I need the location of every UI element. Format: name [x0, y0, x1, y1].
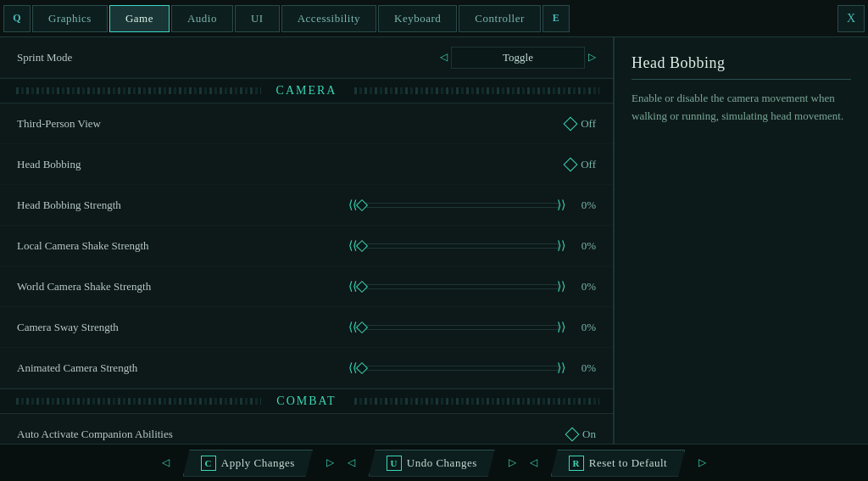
- info-title: Head Bobbing: [632, 54, 851, 80]
- third-person-view-label: Third-Person View: [17, 117, 565, 131]
- reset-to-default-button[interactable]: R Reset to Default: [551, 450, 685, 477]
- auto-activate-companion-control[interactable]: On: [567, 428, 596, 441]
- slider-wrapper-3: ⟨⟨ ⟩⟩: [348, 279, 565, 294]
- main-layout: Sprint Mode ◁ Toggle ▷ Camera Third-Pers…: [0, 37, 868, 481]
- tab-controller[interactable]: Controller: [459, 5, 540, 32]
- head-bobbing-strength-value: 0%: [572, 199, 596, 212]
- animated-camera-label: Animated Camera Strength: [17, 361, 348, 375]
- head-bobbing-row[interactable]: Head Bobbing Off: [0, 144, 613, 185]
- camera-sway-value: 0%: [572, 321, 596, 334]
- undo-changes-label: Undo Changes: [407, 456, 477, 470]
- reset-to-default-label: Reset to Default: [589, 456, 667, 470]
- undo-chevron-right-icon: ▷: [509, 456, 516, 469]
- slider-track-4[interactable]: [355, 325, 559, 330]
- reset-key-icon: R: [569, 456, 584, 471]
- third-person-view-value: Off: [581, 117, 596, 131]
- third-person-view-row[interactable]: Third-Person View Off: [0, 103, 613, 144]
- tab-accessibility[interactable]: Accessibility: [281, 5, 376, 32]
- slider-thumb-1[interactable]: [356, 199, 368, 210]
- combat-divider-line-right: [352, 398, 599, 405]
- camera-sway-label: Camera Sway Strength: [17, 321, 348, 334]
- animated-camera-value: 0%: [572, 361, 596, 375]
- slider-track-1[interactable]: [355, 203, 559, 208]
- apply-changes-label: Apply Changes: [221, 456, 295, 470]
- toggle-diamond-icon: [564, 116, 578, 131]
- auto-activate-companion-value: On: [582, 428, 596, 441]
- combat-section-label: Combat: [268, 394, 344, 408]
- slider-wrapper-1: ⟨⟨ ⟩⟩: [348, 198, 565, 212]
- head-bobbing-label: Head Bobbing: [17, 158, 565, 171]
- camera-section-divider: Camera: [0, 78, 613, 103]
- undo-changes-button[interactable]: U Undo Changes: [369, 450, 495, 477]
- reset-chevron-left-icon: ◁: [530, 456, 537, 469]
- nav-corner-left: Q: [3, 5, 31, 32]
- toggle-diamond-icon-3: [565, 427, 580, 441]
- bottom-bar: ◁ C Apply Changes ▷ ◁ U Undo Changes ▷ ◁…: [0, 444, 868, 481]
- sprint-selector[interactable]: ◁ Toggle ▷: [440, 47, 596, 69]
- top-nav: Q Graphics Game Audio UI Accessibility K…: [0, 0, 868, 37]
- divider-line-right: [352, 87, 599, 94]
- local-camera-shake-value: 0%: [572, 239, 596, 253]
- tab-graphics[interactable]: Graphics: [32, 5, 108, 32]
- nav-corner-right: E: [542, 5, 570, 32]
- slider-thumb-3[interactable]: [356, 280, 368, 292]
- selector-arrow-right-icon[interactable]: ▷: [588, 51, 596, 64]
- local-camera-shake-row[interactable]: Local Camera Shake Strength ⟨⟨ ⟩⟩ 0%: [0, 226, 613, 266]
- sprint-mode-label: Sprint Mode: [17, 51, 440, 64]
- camera-sway-control[interactable]: ⟨⟨ ⟩⟩ 0%: [348, 320, 596, 334]
- animated-camera-control[interactable]: ⟨⟨ ⟩⟩ 0%: [348, 361, 596, 375]
- slider-wrapper-5: ⟨⟨ ⟩⟩: [348, 361, 565, 375]
- local-camera-shake-control[interactable]: ⟨⟨ ⟩⟩ 0%: [348, 238, 596, 253]
- camera-section-label: Camera: [268, 84, 346, 98]
- head-bobbing-strength-row[interactable]: Head Bobbing Strength ⟨⟨ ⟩⟩ 0%: [0, 185, 613, 226]
- tab-keyboard[interactable]: Keyboard: [378, 5, 457, 32]
- undo-chevron-left-icon: ◁: [348, 456, 355, 469]
- head-bobbing-value: Off: [581, 158, 596, 171]
- reset-chevron-right-icon: ▷: [698, 456, 706, 469]
- sprint-value: Toggle: [451, 47, 585, 69]
- slider-thumb-4[interactable]: [356, 321, 368, 333]
- apply-changes-button[interactable]: C Apply Changes: [183, 450, 313, 477]
- world-camera-shake-control[interactable]: ⟨⟨ ⟩⟩ 0%: [348, 279, 596, 294]
- slider-track-3[interactable]: [355, 284, 559, 289]
- content-panel[interactable]: Sprint Mode ◁ Toggle ▷ Camera Third-Pers…: [0, 37, 614, 481]
- undo-key-icon: U: [387, 456, 402, 471]
- combat-section-divider: Combat: [0, 389, 613, 414]
- apply-chevron-left-icon: ◁: [162, 456, 170, 469]
- tab-game[interactable]: Game: [109, 5, 170, 32]
- world-camera-shake-row[interactable]: World Camera Shake Strength ⟨⟨ ⟩⟩ 0%: [0, 266, 613, 307]
- selector-arrow-left-icon[interactable]: ◁: [440, 51, 448, 64]
- head-bobbing-control[interactable]: Off: [565, 158, 596, 171]
- head-bobbing-strength-control[interactable]: ⟨⟨ ⟩⟩ 0%: [348, 198, 596, 212]
- auto-activate-companion-label: Auto Activate Companion Abilities: [17, 428, 567, 441]
- sprint-mode-row: Sprint Mode ◁ Toggle ▷: [0, 37, 613, 78]
- info-description: Enable or disable the camera movement wh…: [632, 90, 851, 126]
- apply-chevron-right-icon: ▷: [326, 456, 334, 469]
- combat-divider-line-left: [14, 398, 261, 405]
- slider-track-2[interactable]: [355, 243, 559, 249]
- third-person-view-control[interactable]: Off: [565, 117, 596, 131]
- settings-page: Q Graphics Game Audio UI Accessibility K…: [0, 0, 868, 481]
- tab-ui[interactable]: UI: [235, 5, 280, 32]
- world-camera-shake-value: 0%: [572, 280, 596, 294]
- animated-camera-row[interactable]: Animated Camera Strength ⟨⟨ ⟩⟩ 0%: [0, 348, 613, 389]
- slider-track-5[interactable]: [355, 366, 559, 371]
- apply-key-icon: C: [201, 456, 216, 471]
- world-camera-shake-label: World Camera Shake Strength: [17, 280, 348, 294]
- head-bobbing-strength-label: Head Bobbing Strength: [17, 199, 348, 212]
- tab-audio[interactable]: Audio: [171, 5, 233, 32]
- info-panel: Head Bobbing Enable or disable the camer…: [614, 37, 868, 481]
- toggle-diamond-icon-2: [564, 157, 578, 171]
- slider-wrapper-4: ⟨⟨ ⟩⟩: [348, 320, 565, 334]
- divider-line-left: [14, 87, 261, 94]
- local-camera-shake-label: Local Camera Shake Strength: [17, 239, 348, 253]
- close-button[interactable]: X: [837, 5, 865, 32]
- slider-thumb-5[interactable]: [356, 361, 368, 373]
- slider-wrapper-2: ⟨⟨ ⟩⟩: [348, 238, 565, 253]
- slider-thumb-2[interactable]: [356, 239, 368, 251]
- camera-sway-row[interactable]: Camera Sway Strength ⟨⟨ ⟩⟩ 0%: [0, 307, 613, 348]
